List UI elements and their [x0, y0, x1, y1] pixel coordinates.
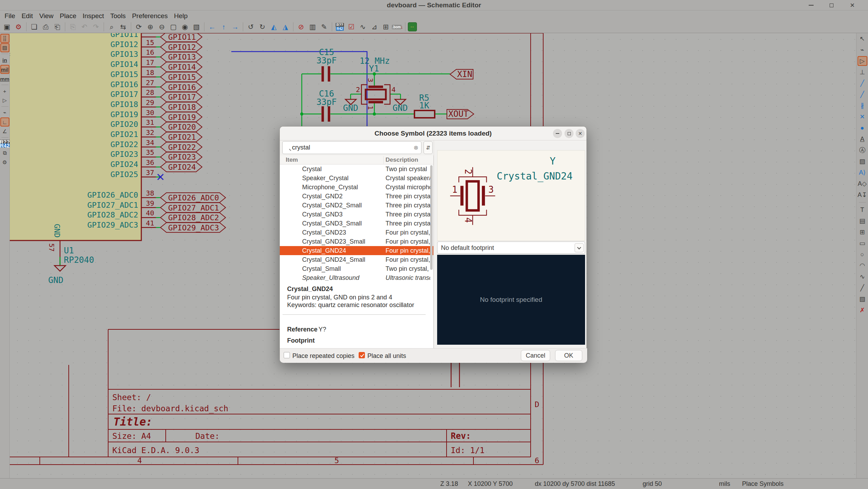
clear-search-icon[interactable]: ⊗: [414, 144, 418, 151]
global-label-icon[interactable]: Ⓐ: [858, 145, 867, 155]
symbol-list-row[interactable]: Crystal_GND2Three pin crystal, G: [280, 192, 433, 201]
mirror-h-icon[interactable]: ◮: [280, 22, 291, 32]
gnd-symbol[interactable]: [54, 266, 66, 271]
net-label[interactable]: GPIO20: [160, 122, 202, 132]
symbol-list-row[interactable]: Crystal_GND24_SmallFour pin crystal, GN: [280, 255, 433, 264]
sim-probe-icon[interactable]: ⊿: [369, 22, 380, 32]
place-power-port-icon[interactable]: ⊥: [858, 67, 867, 77]
window-close-button[interactable]: ✕: [847, 1, 858, 9]
import-sheet-pin-icon[interactable]: A↧: [858, 190, 867, 200]
crosshair-icon[interactable]: +: [0, 86, 9, 95]
net-label[interactable]: GPIO24: [160, 162, 202, 172]
dialog-titlebar[interactable]: Choose Symbol (22323 items loaded) ✕: [280, 127, 586, 140]
rp2040-symbol[interactable]: GPIO11GPIO11GPIO1215GPIO12GPIO1316GPIO13…: [10, 33, 226, 285]
status-units[interactable]: mils: [719, 480, 730, 488]
column-description[interactable]: Description: [386, 156, 418, 163]
arc-icon[interactable]: ◠: [858, 261, 867, 270]
panel-collapse-chevron[interactable]: ‹: [10, 51, 10, 58]
zoom-selection-icon[interactable]: ▧: [191, 22, 202, 32]
text-box-icon[interactable]: ▤: [858, 216, 867, 226]
net-label[interactable]: GPIO19: [160, 112, 202, 122]
grid-overrides-icon[interactable]: ▨: [0, 43, 9, 52]
schematic-setup-icon[interactable]: ⚙: [13, 22, 24, 32]
grid-show-icon[interactable]: ⣿: [0, 34, 9, 43]
library-browser-icon[interactable]: ▥: [307, 22, 318, 32]
dialog-minimize-button[interactable]: [553, 129, 562, 138]
sort-options-button[interactable]: ⇵: [424, 141, 433, 154]
symbol-list-row[interactable]: Crystal_GND2_SmallThree pin crystal, G: [280, 201, 433, 210]
hierarchical-label-icon[interactable]: A⟩: [858, 168, 867, 177]
simulator-icon[interactable]: ∿: [358, 22, 368, 32]
place-repeated-copies-checkbox[interactable]: [284, 352, 290, 358]
plot-icon[interactable]: ⎗: [52, 22, 62, 32]
menu-file[interactable]: File: [1, 12, 18, 21]
dialog-close-button[interactable]: ✕: [576, 129, 585, 138]
symbol-check-icon[interactable]: ⊘: [296, 22, 306, 32]
pcb-editor-icon[interactable]: [408, 22, 417, 31]
net-label[interactable]: GPIO21: [160, 132, 202, 142]
net-label[interactable]: GPIO18: [160, 102, 202, 112]
page-settings-icon[interactable]: ❏: [29, 22, 39, 32]
menu-view[interactable]: View: [36, 12, 57, 21]
menu-edit[interactable]: Edit: [18, 12, 36, 21]
delete-tool-icon[interactable]: ✗: [858, 305, 867, 315]
footprint-select[interactable]: No default footprint: [437, 242, 585, 254]
symbol-list[interactable]: Item Description CrystalTwo pin crystalS…: [280, 155, 434, 282]
wire-icon[interactable]: ╱: [858, 78, 867, 88]
scrollbar-thumb[interactable]: [430, 165, 433, 270]
rotate-ccw-icon[interactable]: ↺: [246, 22, 256, 32]
net-label[interactable]: GPIO16: [160, 82, 202, 92]
symbol-list-row[interactable]: Crystal_GND24Four pin crystal, GN: [280, 246, 433, 255]
symbol-list-row[interactable]: Crystal_GND23Four pin crystal, GN: [280, 228, 433, 237]
net-label[interactable]: GPIO29_ADC3: [160, 223, 226, 232]
rectangle-icon[interactable]: ▭: [858, 238, 867, 248]
net-label-icon[interactable]: A: [858, 134, 867, 144]
ok-button[interactable]: OK: [555, 350, 582, 361]
mirror-v-icon[interactable]: ◭: [269, 22, 279, 32]
annotate-auto-icon[interactable]: R??R42: [0, 139, 9, 148]
net-label[interactable]: GPIO15: [160, 72, 202, 82]
symbol-list-row[interactable]: Crystal_GND3Three pin crystal, G: [280, 210, 433, 219]
place-all-units-label[interactable]: Place all units: [367, 352, 406, 360]
undo-icon[interactable]: ↶: [79, 22, 90, 32]
column-item[interactable]: Item: [286, 156, 298, 163]
menu-inspect[interactable]: Inspect: [80, 12, 107, 21]
net-label[interactable]: GPIO28_ADC2: [160, 213, 226, 222]
erc-icon[interactable]: ☑: [346, 22, 357, 32]
xout-label[interactable]: XOUT: [447, 109, 474, 119]
refresh-icon[interactable]: ⟳: [134, 22, 144, 32]
nav-up-icon[interactable]: ↑: [218, 22, 229, 32]
table-icon[interactable]: ⊞: [858, 227, 867, 237]
line-mode-90-icon[interactable]: ∟: [0, 117, 9, 127]
search-input[interactable]: crystal ⊗: [282, 141, 421, 154]
symbol-list-row[interactable]: Microphone_CrystalCrystal microphone: [280, 183, 433, 192]
place-all-units-checkbox[interactable]: [359, 352, 365, 358]
net-label[interactable]: GPIO14: [160, 62, 202, 72]
bom-icon[interactable]: .bom: [392, 22, 403, 32]
zoom-out-icon[interactable]: ⊖: [157, 22, 167, 32]
menu-help[interactable]: Help: [171, 12, 191, 21]
zoom-fit-icon[interactable]: ▢: [168, 22, 179, 32]
net-label[interactable]: GPIO17: [160, 92, 202, 102]
symbol-list-row[interactable]: Crystal_SmallTwo pin crystal, sm: [280, 264, 433, 273]
find-icon[interactable]: ⌕: [106, 22, 117, 32]
net-label[interactable]: GPIO11: [160, 33, 202, 42]
symbol-list-row[interactable]: Crystal_GND23_SmallFour pin crystal, GN: [280, 237, 433, 246]
units-mils-icon[interactable]: mil: [0, 65, 9, 74]
units-inches-icon[interactable]: in: [0, 55, 9, 64]
annotate-icon[interactable]: R??R42: [335, 22, 345, 32]
nav-forward-icon[interactable]: →: [230, 22, 240, 32]
image-icon[interactable]: ▧: [858, 294, 867, 304]
place-repeated-copies-label[interactable]: Place repeated copies: [292, 352, 354, 360]
print-icon[interactable]: ⎙: [40, 22, 51, 32]
status-grid[interactable]: grid 50: [643, 480, 662, 488]
symbol-fields-table-icon[interactable]: ⊞: [381, 22, 391, 32]
bezier-icon[interactable]: ∿: [858, 272, 867, 282]
bus-icon[interactable]: ╱: [858, 90, 867, 99]
zoom-objects-icon[interactable]: ◉: [180, 22, 190, 32]
net-label[interactable]: GPIO27_ADC1: [160, 203, 226, 213]
line-icon[interactable]: ╱: [858, 283, 867, 293]
save-icon[interactable]: ▣: [2, 22, 12, 32]
list-scrollbar[interactable]: [430, 165, 433, 282]
hierarchy-navigator-icon[interactable]: ⧉: [0, 148, 9, 158]
